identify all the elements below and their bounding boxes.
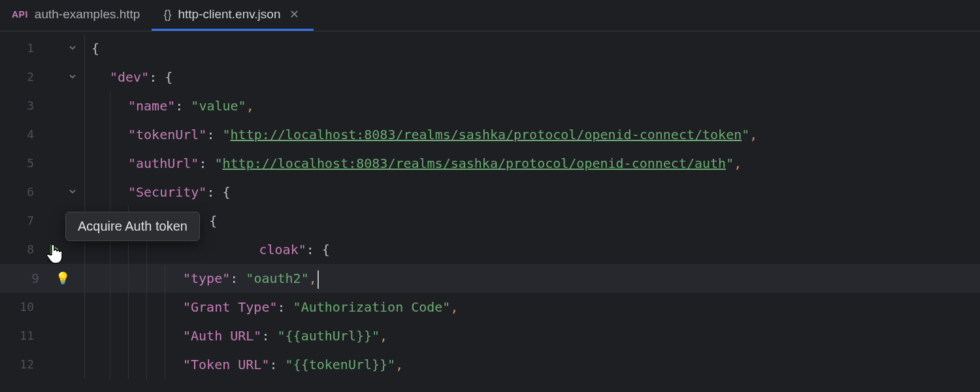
code-content[interactable]: "tokenUrl": "http://localhost:8083/realm… xyxy=(85,120,757,149)
line-number: 1 xyxy=(0,34,46,63)
line-number: 10 xyxy=(0,293,46,321)
line-number: 2 xyxy=(0,63,46,91)
gutter xyxy=(46,350,85,379)
gutter xyxy=(46,293,85,321)
code-content[interactable]: "Security": { xyxy=(85,178,231,206)
gutter xyxy=(46,91,85,120)
code-content[interactable]: "dev": { xyxy=(85,63,172,91)
tab-http-client-env[interactable]: {} http-client.env.json ✕ xyxy=(152,0,314,31)
url-link[interactable]: http://localhost:8083/realms/sashka/prot… xyxy=(223,155,727,171)
code-content[interactable]: "Grant Type": "Authorization Code", xyxy=(85,293,458,321)
line-number: 6 xyxy=(0,178,46,206)
line-number: 7 xyxy=(0,206,46,235)
code-line[interactable]: 2"dev": { xyxy=(0,63,980,91)
line-number: 3 xyxy=(0,91,46,120)
code-content[interactable]: "name": "value", xyxy=(85,91,254,120)
code-editor[interactable]: 1{2"dev": {3"name": "value",4"tokenUrl":… xyxy=(0,31,980,379)
code-line[interactable]: 6"Security": { xyxy=(0,178,980,206)
code-line[interactable]: 1{ xyxy=(0,34,980,63)
gutter xyxy=(46,34,85,63)
code-content[interactable]: "type": "oauth2", xyxy=(85,264,319,293)
gutter xyxy=(46,120,85,149)
line-number: 4 xyxy=(0,120,46,149)
api-file-icon: API xyxy=(12,9,28,20)
gutter xyxy=(46,321,85,350)
tab-label: auth-examples.http xyxy=(35,7,140,22)
code-content[interactable]: "Auth URL": "{{authUrl}}", xyxy=(85,321,387,350)
url-link[interactable]: http://localhost:8083/realms/sashka/prot… xyxy=(231,127,742,142)
gutter-action-tooltip: Acquire Auth token xyxy=(65,212,200,241)
code-content[interactable]: { xyxy=(85,34,99,63)
code-line[interactable]: 12"Token URL": "{{tokenUrl}}", xyxy=(0,350,980,379)
close-icon[interactable]: ✕ xyxy=(287,7,302,22)
fold-chevron-icon[interactable] xyxy=(69,63,76,91)
tab-label: http-client.env.json xyxy=(178,7,280,22)
line-number: 5 xyxy=(0,149,46,178)
gutter xyxy=(46,149,85,178)
json-file-icon: {} xyxy=(163,8,171,22)
fold-chevron-icon[interactable] xyxy=(69,178,76,206)
fold-chevron-icon[interactable] xyxy=(69,34,76,63)
line-number: 12 xyxy=(0,350,46,379)
code-line[interactable]: 10"Grant Type": "Authorization Code", xyxy=(0,293,980,321)
code-line[interactable]: 11"Auth URL": "{{authUrl}}", xyxy=(0,321,980,350)
code-line[interactable]: 5"authUrl": "http://localhost:8083/realm… xyxy=(0,149,980,178)
code-content[interactable]: "authUrl": "http://localhost:8083/realms… xyxy=(85,149,742,178)
text-caret xyxy=(318,270,319,289)
tab-auth-examples[interactable]: API auth-examples.http xyxy=(0,0,152,31)
code-content[interactable]: "Token URL": "{{tokenUrl}}", xyxy=(85,350,403,379)
gutter xyxy=(46,63,85,91)
code-line[interactable]: 9💡"type": "oauth2", xyxy=(0,264,980,293)
code-line[interactable]: 4"tokenUrl": "http://localhost:8083/real… xyxy=(0,120,980,149)
line-number: 8 xyxy=(0,235,46,264)
pointer-cursor-icon xyxy=(46,242,65,269)
tab-bar: API auth-examples.http {} http-client.en… xyxy=(0,0,980,31)
line-number: 11 xyxy=(0,321,46,350)
gutter: 9💡 xyxy=(0,264,85,293)
code-line[interactable]: 3"name": "value", xyxy=(0,91,980,120)
gutter xyxy=(46,178,85,206)
